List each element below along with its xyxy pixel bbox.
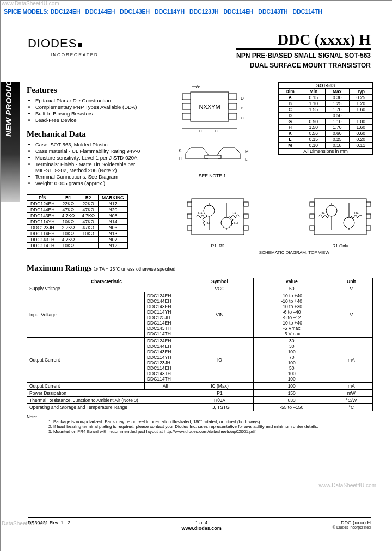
row-therm-unit: °C/W: [330, 397, 372, 404]
svg-rect-6: [229, 113, 237, 119]
svg-rect-42: [366, 202, 371, 206]
row-supply-val: 50: [253, 285, 330, 292]
row-outmax-sym: IC (Max): [186, 383, 254, 390]
spice-model-link[interactable]: DDC123JH: [189, 8, 219, 15]
footer-url: www.diodes.com: [182, 525, 222, 531]
spice-label: SPICE MODELS:: [4, 8, 49, 15]
svg-rect-40: [310, 214, 314, 218]
svg-rect-2: [182, 103, 191, 109]
svg-text:G: G: [215, 128, 218, 133]
svg-rect-4: [229, 94, 237, 100]
doc-title-block: DDC (xxxx) H NPN PRE-BIASED SMALL SIGNAL…: [236, 31, 371, 69]
mech-item: Case material - UL Flammability Rating 9…: [35, 148, 146, 154]
max-ratings-heading: Maximum Ratings: [27, 264, 92, 273]
svg-text:R1: R1: [198, 211, 203, 215]
package-outline-diagram: NXXYM AD BC HG: [169, 82, 256, 137]
mech-item: Moisture sensitivity: Level 1 per J-STD-…: [35, 155, 146, 161]
row-power-char: Power Dissipation: [27, 390, 186, 397]
svg-text:R2: R2: [234, 221, 238, 224]
diodes-logo: DIODES: [28, 36, 81, 51]
dims-units: All Dimensions in mm: [279, 149, 373, 155]
row-power-unit: mW: [330, 390, 372, 397]
spice-model-link[interactable]: DDC143EH: [120, 8, 150, 15]
footer-revision: DS30421 Rev. 1 - 2: [28, 520, 70, 531]
doc-subtitle-2: DUAL SURFACE MOUNT TRANSISTOR: [236, 62, 371, 69]
row-input-parts: DDC124EHDDC144EHDDC143EHDDC114YHDDC123JH…: [144, 292, 186, 338]
row-power-sym: P1: [186, 390, 254, 397]
spice-model-link[interactable]: DDC114TH: [292, 8, 322, 15]
page-footer: DS30421 Rev. 1 - 2 1 of 4 www.diodes.com…: [28, 517, 371, 531]
svg-text:D: D: [241, 96, 244, 101]
spice-model-link[interactable]: DDC114YH: [155, 8, 185, 15]
row-temp-val: -55 to –150: [253, 404, 330, 411]
mech-item: Terminals: Finish - Matte Tin Solderable…: [35, 161, 146, 173]
svg-rect-23: [187, 214, 192, 218]
row-temp-sym: TJ, TSTG: [186, 404, 254, 411]
row-supply-char: Supply Voltage: [27, 285, 186, 292]
dimensions-table: SOT-563 DimMinMaxTyp A0.150.300.25B1.101…: [278, 82, 373, 155]
svg-text:B: B: [241, 106, 243, 111]
max-ratings-conditions: @ TA = 25°C unless otherwise specified: [93, 266, 175, 272]
svg-rect-41: [310, 226, 314, 230]
part-number-table: P/NR1R2MARKING DDC124EH22KΩ22KΩN17DDC144…: [27, 194, 128, 249]
row-temp-unit: °C: [330, 404, 372, 411]
svg-text:K: K: [179, 148, 182, 153]
feature-item: Built-In Biasing Resistors: [35, 111, 146, 117]
svg-rect-24: [187, 226, 192, 230]
svg-rect-25: [244, 202, 248, 206]
mechanical-heading: Mechanical Data: [27, 130, 146, 139]
svg-text:R1: R1: [321, 211, 325, 215]
spice-models-line: SPICE MODELS: DDC124EH DDC144EH DDC143EH…: [4, 8, 326, 15]
row-outmax-unit: mA: [330, 383, 372, 390]
doc-part-title: DDC (xxxx) H: [236, 31, 371, 50]
footer-page-num: 1 of 4: [182, 520, 222, 525]
row-outmax-val: 100: [253, 383, 330, 390]
svg-text:R2: R2: [206, 221, 210, 224]
row-outc-parts: DDC124EHDDC144EHDDC143EHDDC114YHDDC123JH…: [144, 338, 186, 383]
mech-item: Case: SOT-563, Molded Plastic: [35, 142, 146, 148]
svg-rect-5: [229, 103, 237, 109]
row-input-char: Input Voltage: [27, 292, 145, 338]
see-note-1: SEE NOTE 1: [153, 173, 272, 179]
row-input-vals: -10 to +40-10 to +40-10 to +30-6 to –40-…: [253, 292, 330, 338]
schematic-label-r1: R1 Only: [308, 243, 373, 248]
row-input-sym: VIN: [186, 292, 254, 338]
spice-model-link[interactable]: DDC143TH: [258, 8, 287, 15]
notes-label: Note:: [27, 414, 37, 419]
features-list: Epitaxial Planar Die ConstructionComplem…: [27, 97, 146, 123]
package-side-diagram: KH ML: [169, 138, 256, 170]
row-outmax-char: Output Current: [27, 383, 145, 390]
new-product-label: NEW PRODUCT: [4, 28, 13, 137]
row-supply-unit: V: [330, 285, 372, 292]
row-supply-sym: VCC: [186, 285, 254, 292]
row-outc-vals: 30301007010050100100: [253, 338, 330, 383]
svg-rect-43: [366, 214, 371, 218]
svg-text:M: M: [245, 149, 249, 154]
row-temp-char: Operating and Storage and Temperature Ra…: [27, 404, 186, 411]
svg-rect-1: [182, 94, 191, 100]
schematic-r1-r2: R1 R2 R1 R2: [185, 194, 250, 241]
maximum-ratings-table: CharacteristicSymbolValueUnit Supply Vol…: [27, 278, 373, 411]
feature-item: Lead-Free Device: [35, 117, 146, 123]
row-power-val: 150: [253, 390, 330, 397]
schematic-label-r1r2: R1, R2: [139, 243, 297, 248]
mech-item: Weight: 0.005 grams (approx.): [35, 180, 146, 186]
row-outmax-sub: All: [144, 383, 186, 390]
row-therm-sym: RθJA: [186, 397, 254, 404]
row-therm-char: Thermal Resistance, Junction to Ambient …: [27, 397, 186, 404]
spice-model-link[interactable]: DDC124EH: [51, 8, 81, 15]
svg-rect-39: [310, 202, 314, 206]
svg-rect-22: [187, 202, 192, 206]
svg-rect-27: [244, 226, 248, 230]
svg-text:C: C: [241, 115, 244, 120]
mechanical-list: Case: SOT-563, Molded PlasticCase materi…: [27, 142, 146, 186]
spice-model-link[interactable]: DDC144EH: [85, 8, 115, 15]
note-item: 1. Package is non-polarized. Parts may b…: [48, 419, 373, 424]
diodes-logo-sub: INCORPORATED: [51, 52, 99, 57]
feature-item: Complementary PNP Types Available (DDA): [35, 104, 146, 110]
svg-rect-26: [244, 214, 248, 218]
row-therm-val: 833: [253, 397, 330, 404]
svg-rect-3: [182, 113, 191, 119]
svg-text:NXXYM: NXXYM: [199, 103, 220, 110]
spice-model-link[interactable]: DDC114EH: [224, 8, 254, 15]
